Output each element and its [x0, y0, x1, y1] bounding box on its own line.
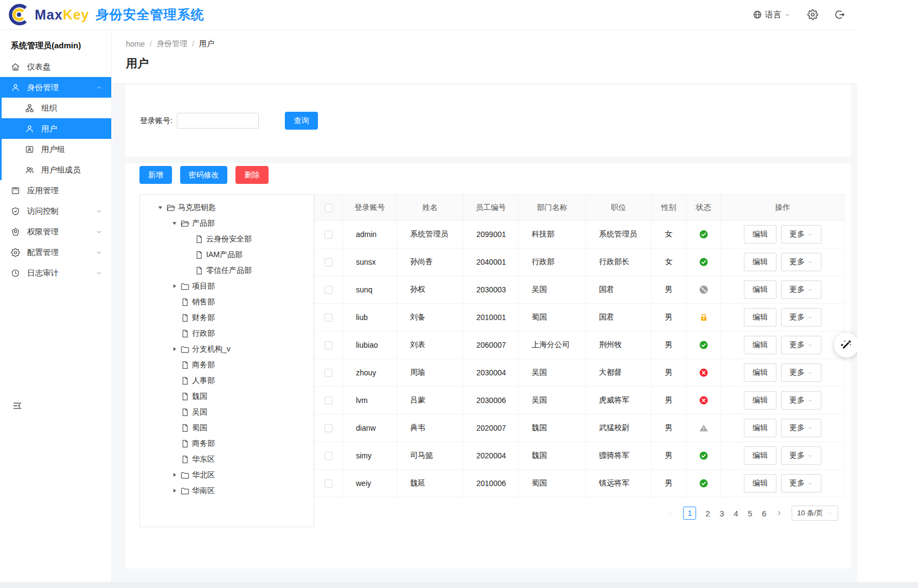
more-dropdown-button[interactable]: 更多: [781, 280, 821, 299]
pagination-next-icon[interactable]: [775, 509, 783, 517]
tree-node[interactable]: 财务部: [140, 310, 314, 325]
edit-button[interactable]: 编辑: [744, 225, 776, 244]
tree-node[interactable]: 马克思钥匙: [140, 200, 314, 215]
more-dropdown-button[interactable]: 更多: [781, 363, 821, 382]
edit-button[interactable]: 编辑: [744, 391, 776, 410]
edit-button[interactable]: 编辑: [744, 336, 776, 354]
sidebar-item-users[interactable]: 用户: [2, 118, 111, 139]
edit-button[interactable]: 编辑: [744, 419, 776, 437]
sidebar-item-apps[interactable]: 应用管理: [0, 180, 111, 201]
tree-node[interactable]: 产品部: [140, 215, 314, 231]
magic-wand-button[interactable]: [834, 333, 857, 357]
tree-node[interactable]: 蜀国: [140, 420, 314, 436]
pagination-prev-icon[interactable]: [667, 509, 674, 517]
more-dropdown-button[interactable]: 更多: [781, 391, 821, 410]
row-checkbox[interactable]: [324, 369, 333, 377]
edit-button[interactable]: 编辑: [744, 446, 776, 465]
more-dropdown-button[interactable]: 更多: [781, 446, 821, 465]
tree-node[interactable]: IAM产品部: [140, 247, 314, 263]
tree-node[interactable]: 商务部: [140, 436, 314, 451]
department-cell: 蜀国: [519, 470, 586, 497]
select-all-checkbox[interactable]: [324, 204, 333, 212]
pagination-page-5[interactable]: 5: [747, 509, 753, 518]
more-dropdown-button[interactable]: 更多: [781, 225, 821, 244]
breadcrumb-item-0[interactable]: home: [126, 40, 145, 48]
account-cell: admin: [343, 221, 397, 248]
change-password-button[interactable]: 密码修改: [180, 166, 227, 184]
checkbox-cell: [315, 221, 343, 248]
more-dropdown-button[interactable]: 更多: [781, 474, 821, 493]
tree-node[interactable]: 零信任产品部: [140, 263, 314, 278]
menu-fold-icon[interactable]: [12, 400, 23, 411]
tree-node[interactable]: 吴国: [140, 404, 314, 420]
caret-right-icon[interactable]: [168, 488, 180, 494]
tree-node[interactable]: 人事部: [140, 373, 314, 388]
sidebar-item-configuration[interactable]: 配置管理: [0, 242, 111, 263]
pagination-page-6[interactable]: 6: [761, 509, 767, 518]
tree-node[interactable]: 云身份安全部: [140, 231, 314, 247]
login-account-input[interactable]: [177, 113, 259, 129]
tree-node[interactable]: 华北区: [140, 467, 314, 483]
pagination-page-4[interactable]: 4: [733, 509, 738, 518]
caret-down-icon[interactable]: [154, 205, 166, 210]
add-button[interactable]: 新增: [139, 166, 172, 184]
user-icon: [25, 124, 34, 133]
row-checkbox[interactable]: [324, 452, 333, 460]
account-cell: liub: [343, 304, 397, 331]
sidebar-item-permissions[interactable]: 权限管理: [0, 221, 111, 242]
query-button[interactable]: 查询: [285, 112, 318, 130]
sidebar-item-audit-log[interactable]: 日志审计: [0, 263, 111, 283]
row-checkbox[interactable]: [324, 424, 333, 432]
edit-button[interactable]: 编辑: [744, 308, 776, 327]
logout-icon[interactable]: [834, 9, 845, 20]
caret-right-icon[interactable]: [168, 284, 180, 289]
edit-button[interactable]: 编辑: [744, 253, 776, 271]
caret-down-icon[interactable]: [168, 221, 180, 226]
tree-node[interactable]: 商务部: [140, 357, 314, 373]
file-icon: [180, 455, 190, 464]
user-row-simy: simy司马懿2020004魏国骠骑将军男编辑更多: [315, 442, 845, 470]
pagination-page-1[interactable]: 1: [683, 507, 696, 520]
logo[interactable]: Max Key 身份安全管理系统: [8, 3, 205, 26]
pagination-page-3[interactable]: 3: [719, 509, 724, 518]
checkbox-cell: [315, 442, 343, 470]
edit-button[interactable]: 编辑: [744, 474, 776, 493]
row-checkbox[interactable]: [324, 286, 333, 294]
sidebar-item-group-members[interactable]: 用户组成员: [2, 159, 111, 180]
more-dropdown-button[interactable]: 更多: [781, 253, 821, 271]
row-checkbox[interactable]: [324, 341, 333, 349]
sidebar-item-organization[interactable]: 组织: [2, 98, 111, 118]
sidebar-item-access-control[interactable]: 访问控制: [0, 201, 111, 221]
tree-node[interactable]: 行政部: [140, 325, 314, 341]
more-dropdown-button[interactable]: 更多: [781, 419, 821, 437]
tree-node[interactable]: 销售部: [140, 294, 314, 310]
tree-node[interactable]: 项目部: [140, 278, 314, 294]
row-checkbox[interactable]: [324, 258, 333, 266]
sidebar-item-identity[interactable]: 身份管理: [2, 77, 111, 98]
language-selector[interactable]: 语言: [753, 10, 791, 20]
tree-node[interactable]: 华南区: [140, 483, 314, 498]
row-checkbox[interactable]: [324, 314, 333, 322]
row-checkbox[interactable]: [324, 480, 333, 488]
tree-node[interactable]: 分支机构_v: [140, 341, 314, 357]
breadcrumb-item-1[interactable]: 身份管理: [157, 39, 187, 49]
delete-button[interactable]: 删除: [235, 166, 269, 184]
sidebar-item-dashboard[interactable]: 仪表盘: [0, 56, 111, 77]
tree-node[interactable]: 魏国: [140, 388, 314, 404]
more-dropdown-button[interactable]: 更多: [781, 336, 821, 354]
tree-node[interactable]: 华东区: [140, 451, 314, 467]
caret-right-icon[interactable]: [168, 472, 180, 478]
edit-button[interactable]: 编辑: [744, 280, 776, 299]
more-dropdown-button[interactable]: 更多: [781, 308, 821, 327]
sidebar-item-user-groups[interactable]: 用户组: [2, 139, 111, 159]
edit-button[interactable]: 编辑: [744, 363, 776, 382]
caret-right-icon[interactable]: [168, 347, 180, 352]
actions-cell: 编辑更多: [721, 414, 845, 442]
settings-gear-icon[interactable]: [807, 9, 818, 20]
chevron-down-icon: [807, 287, 813, 293]
row-checkbox[interactable]: [324, 231, 333, 239]
status-locked-icon: [699, 312, 709, 322]
pagination-page-2[interactable]: 2: [705, 509, 710, 518]
page-size-select[interactable]: 10 条/页: [792, 506, 838, 521]
row-checkbox[interactable]: [324, 397, 333, 405]
